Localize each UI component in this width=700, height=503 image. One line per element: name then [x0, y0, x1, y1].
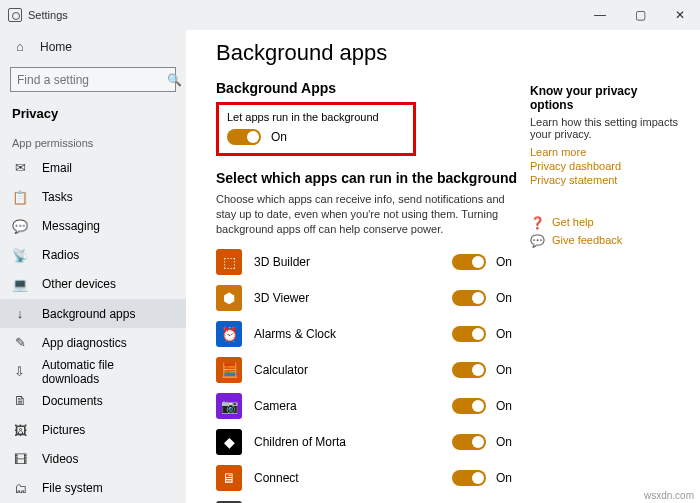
close-button[interactable]: ✕ [660, 0, 700, 30]
app-toggle[interactable] [452, 398, 486, 414]
app-row: ⬚3D BuilderOn [216, 247, 522, 277]
section-background-apps-heading: Background Apps [216, 80, 522, 96]
sidebar-item-documents[interactable]: 🗎 Documents [0, 386, 186, 415]
app-name: Alarms & Clock [254, 327, 452, 341]
sidebar-item-label: Pictures [42, 423, 85, 437]
minimize-button[interactable]: ― [580, 0, 620, 30]
nav-home[interactable]: ⌂ Home [0, 32, 186, 61]
highlight-box: Let apps run in the background On [216, 102, 416, 156]
master-toggle[interactable] [227, 129, 261, 145]
sidebar-item-label: App diagnostics [42, 336, 127, 350]
link-learn-more[interactable]: Learn more [530, 146, 682, 158]
messaging-icon: 💬 [12, 218, 28, 234]
app-toggle[interactable] [452, 470, 486, 486]
app-toggle-state: On [496, 435, 522, 449]
app-toggle[interactable] [452, 326, 486, 342]
sidebar-item-label: Email [42, 161, 72, 175]
sidebar-item-messaging[interactable]: 💬 Messaging [0, 212, 186, 241]
pictures-icon: 🖼 [12, 422, 28, 438]
master-toggle-state: On [271, 130, 287, 144]
mail-icon: ✉ [12, 160, 28, 176]
sidebar-item-pictures[interactable]: 🖼 Pictures [0, 416, 186, 445]
app-toggle[interactable] [452, 254, 486, 270]
link-give-feedback[interactable]: 💬 Give feedback [530, 234, 682, 248]
sidebar-item-label: Tasks [42, 190, 73, 204]
content-area: Background apps Background Apps Let apps… [186, 30, 700, 503]
sidebar-item-auto-downloads[interactable]: ⇩ Automatic file downloads [0, 357, 186, 386]
app-row: ◐Dolby AccessOn [216, 499, 522, 503]
sidebar-item-label: Other devices [42, 277, 116, 291]
aside-title: Know your privacy options [530, 84, 682, 112]
app-row: ◆Children of MortaOn [216, 427, 522, 457]
app-toggle-state: On [496, 363, 522, 377]
app-icon: ⬢ [216, 285, 242, 311]
sidebar-item-videos[interactable]: 🎞 Videos [0, 445, 186, 474]
app-toggle-state: On [496, 399, 522, 413]
search-box[interactable]: 🔍 [10, 67, 176, 92]
sidebar-item-app-diagnostics[interactable]: ✎ App diagnostics [0, 328, 186, 357]
app-icon: 🧮 [216, 357, 242, 383]
app-icon: ⏰ [216, 321, 242, 347]
sidebar-item-background-apps[interactable]: ↓ Background apps [0, 299, 186, 328]
sidebar-item-label: Videos [42, 452, 78, 466]
sidebar-item-radios[interactable]: 📡 Radios [0, 241, 186, 270]
app-row: 📷CameraOn [216, 391, 522, 421]
sidebar-item-label: Messaging [42, 219, 100, 233]
filesystem-icon: 🗂 [12, 480, 28, 496]
app-toggle[interactable] [452, 362, 486, 378]
home-icon: ⌂ [12, 39, 28, 55]
devices-icon: 💻 [12, 276, 28, 292]
app-toggle[interactable] [452, 434, 486, 450]
app-list: ⬚3D BuilderOn⬢3D ViewerOn⏰Alarms & Clock… [216, 247, 522, 503]
documents-icon: 🗎 [12, 393, 28, 409]
sidebar-item-email[interactable]: ✉ Email [0, 153, 186, 182]
section-select-apps-heading: Select which apps can run in the backgro… [216, 170, 522, 186]
sidebar-item-label: Background apps [42, 307, 135, 321]
radios-icon: 📡 [12, 247, 28, 263]
link-privacy-dashboard[interactable]: Privacy dashboard [530, 160, 682, 172]
feedback-icon: 💬 [530, 234, 544, 248]
page-title: Background apps [216, 40, 522, 66]
search-icon: 🔍 [167, 73, 182, 87]
link-get-help[interactable]: ❓ Get help [530, 216, 682, 230]
downloads-icon: ⇩ [12, 364, 28, 380]
sidebar-item-label: Radios [42, 248, 79, 262]
app-row: 🧮CalculatorOn [216, 355, 522, 385]
app-name: 3D Viewer [254, 291, 452, 305]
sidebar-item-label: File system [42, 481, 103, 495]
section-select-apps-description: Choose which apps can receive info, send… [216, 192, 516, 237]
watermark: wsxdn.com [644, 490, 694, 501]
maximize-button[interactable]: ▢ [620, 0, 660, 30]
app-icon: 🖥 [216, 465, 242, 491]
app-name: Connect [254, 471, 452, 485]
app-row: ⏰Alarms & ClockOn [216, 319, 522, 349]
sidebar-item-tasks[interactable]: 📋 Tasks [0, 183, 186, 212]
app-icon: 📷 [216, 393, 242, 419]
app-toggle-state: On [496, 291, 522, 305]
help-icon: ❓ [530, 216, 544, 230]
app-toggle[interactable] [452, 290, 486, 306]
app-toggle-state: On [496, 471, 522, 485]
search-input[interactable] [17, 73, 167, 87]
app-name: 3D Builder [254, 255, 452, 269]
app-toggle-state: On [496, 327, 522, 341]
app-name: Camera [254, 399, 452, 413]
app-row: 🖥ConnectOn [216, 463, 522, 493]
sidebar-group: App permissions [0, 123, 186, 153]
background-apps-icon: ↓ [12, 306, 28, 322]
diagnostics-icon: ✎ [12, 335, 28, 351]
app-icon: ◆ [216, 429, 242, 455]
app-icon: ⬚ [216, 249, 242, 275]
window-title: Settings [28, 9, 68, 21]
link-privacy-statement[interactable]: Privacy statement [530, 174, 682, 186]
videos-icon: 🎞 [12, 451, 28, 467]
sidebar-item-label: Documents [42, 394, 103, 408]
app-row: ⬢3D ViewerOn [216, 283, 522, 313]
sidebar-item-label: Automatic file downloads [42, 358, 174, 386]
nav-home-label: Home [40, 40, 72, 54]
master-toggle-label: Let apps run in the background [227, 111, 405, 123]
app-name: Children of Morta [254, 435, 452, 449]
tasks-icon: 📋 [12, 189, 28, 205]
sidebar-item-file-system[interactable]: 🗂 File system [0, 474, 186, 503]
sidebar-item-other-devices[interactable]: 💻 Other devices [0, 270, 186, 299]
